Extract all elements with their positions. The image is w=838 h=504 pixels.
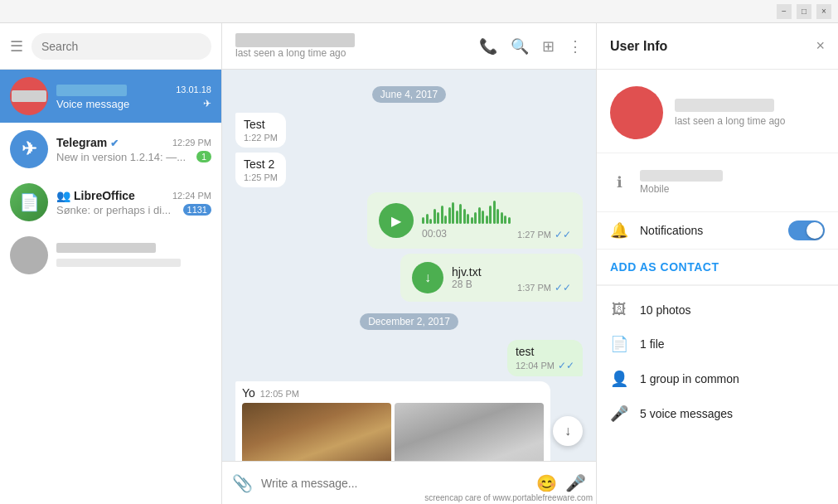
sidebar-header: ☰ — [0, 23, 221, 70]
info-content: Mobile — [640, 170, 723, 195]
user-status: last seen a long time ago — [675, 115, 785, 127]
message-time: 12:05 PM — [260, 389, 299, 399]
read-tick: ✓✓ — [555, 282, 571, 293]
media-section: 🖼 10 photos 📄 1 file 👤 1 group in common… — [597, 286, 838, 438]
layout-icon[interactable]: ⊞ — [542, 37, 555, 56]
chat-item[interactable] — [0, 229, 221, 282]
read-tick: ✓✓ — [555, 229, 571, 240]
voice-waveform: 00:03 1:27 PM ✓✓ — [422, 201, 571, 240]
message-bubble: Yo 12:05 PM — [235, 381, 550, 461]
chat-name-row: Telegram ✔ 12:29 PM — [56, 136, 211, 149]
wbar — [467, 214, 469, 224]
minimize-button[interactable]: − — [777, 4, 792, 19]
chat-info: +1 ████████ 13.01.18 Voice message ✈ — [56, 83, 211, 110]
photo-thumbnail[interactable] — [395, 403, 544, 461]
wbar — [486, 216, 488, 224]
bubble-meta: 1:25 PM — [244, 172, 278, 182]
chat-header-status: last seen a long time ago — [235, 47, 469, 59]
user-info-panel: User Info × last seen a long time ago ℹ … — [596, 23, 838, 504]
voice-icon: 🎤 — [610, 405, 628, 423]
message-text: test — [516, 345, 535, 358]
file-info: hjv.txt 28 B — [452, 265, 509, 290]
wbar — [426, 214, 429, 224]
app-container: ☰ +1███ +1 ████████ 13.01.18 — [0, 23, 838, 504]
date-label: December 2, 2017 — [360, 313, 458, 330]
message-time: 1:25 PM — [244, 172, 278, 182]
media-row-groups[interactable]: 👤 1 group in common — [597, 361, 838, 396]
phone-icon[interactable]: 📞 — [479, 37, 497, 56]
message-input[interactable] — [261, 477, 528, 490]
message-bubble: test 12:04 PM ✓✓ — [507, 340, 583, 376]
wbar — [501, 212, 503, 224]
chat-item[interactable]: 📄 👥 LibreOffice 12:24 PM — [0, 176, 221, 229]
chat-item[interactable]: ✈ Telegram ✔ 12:29 PM New in version 1.2… — [0, 123, 221, 176]
chat-info — [56, 242, 211, 269]
wbar — [474, 212, 477, 224]
emoji-icon[interactable]: 😊 — [536, 473, 557, 493]
search-box — [31, 33, 211, 60]
media-row-photos[interactable]: 🖼 10 photos — [597, 293, 838, 327]
download-button[interactable]: ↓ — [412, 262, 443, 293]
maximize-button[interactable]: □ — [797, 4, 811, 19]
hamburger-icon[interactable]: ☰ — [10, 37, 23, 56]
verified-icon: ✔ — [110, 138, 119, 149]
voice-bubble: ▶ — [367, 192, 583, 249]
attach-icon[interactable]: 📎 — [232, 473, 253, 493]
chat-name-row — [56, 242, 211, 255]
scroll-down-button[interactable]: ↓ — [553, 416, 583, 446]
add-contact-button[interactable]: ADD AS CONTACT — [610, 260, 719, 274]
wbar — [459, 204, 462, 224]
media-row-files[interactable]: 📄 1 file — [597, 327, 838, 361]
close-button[interactable]: × — [816, 4, 831, 19]
wbar — [429, 219, 432, 224]
chat-preview: Sønke: or perhaps i di... — [56, 204, 180, 216]
chat-header-info: +1 ████ last seen a long time ago — [235, 33, 469, 59]
message-time: 1:27 PM — [517, 230, 551, 240]
play-button[interactable]: ▶ — [379, 203, 414, 238]
wbar — [441, 206, 443, 224]
search-chat-icon[interactable]: 🔍 — [511, 37, 529, 56]
chat-preview-row: Sønke: or perhaps i di... 1131 — [56, 204, 211, 216]
chat-name: 👥 LibreOffice — [56, 189, 135, 202]
bubble-meta: 1:22 PM — [244, 133, 278, 143]
message-bubble: Test 2 1:25 PM — [235, 153, 286, 187]
photo-thumbnail[interactable] — [242, 403, 391, 461]
message-row: Yo 12:05 PM — [235, 381, 583, 461]
user-avatar — [610, 86, 663, 139]
search-input[interactable] — [41, 40, 201, 53]
chat-name: Telegram ✔ — [56, 136, 119, 149]
message-text: Yo — [242, 386, 255, 400]
chat-preview: New in version 1.2.14: —... — [56, 151, 193, 163]
info-row: ℹ Mobile — [610, 163, 825, 201]
pin-icon: ✈ — [203, 98, 211, 109]
file-bubble: ↓ hjv.txt 28 B 1:37 PM ✓✓ — [400, 254, 583, 302]
wbar — [444, 216, 447, 224]
mic-icon[interactable]: 🎤 — [565, 473, 586, 493]
chat-preview-row: New in version 1.2.14: —... 1 — [56, 151, 211, 163]
info-section: ℹ Mobile — [597, 153, 838, 212]
more-icon[interactable]: ⋮ — [568, 37, 583, 56]
message-time: 1:22 PM — [244, 133, 278, 143]
chat-item[interactable]: +1███ +1 ████████ 13.01.18 Voice message… — [0, 70, 221, 123]
sidebar: ☰ +1███ +1 ████████ 13.01.18 — [0, 23, 222, 504]
user-profile-info: last seen a long time ago — [675, 99, 785, 127]
chat-header-name: +1 ████ — [235, 33, 469, 47]
message-bubble: Test 1:22 PM — [235, 113, 286, 148]
bubble-meta: 1:27 PM ✓✓ — [517, 229, 571, 240]
close-panel-button[interactable]: × — [816, 37, 825, 55]
notif-left: 🔔 Notifications — [610, 221, 703, 240]
chat-time: 13.01.18 — [176, 85, 211, 94]
avatar: ✈ — [10, 130, 48, 168]
message-row: Test 2 1:25 PM — [235, 153, 583, 187]
phone-value — [640, 170, 723, 182]
wbar — [422, 217, 424, 224]
media-row-voice[interactable]: 🎤 5 voice messages — [597, 396, 838, 431]
chat-info: Telegram ✔ 12:29 PM New in version 1.2.1… — [56, 136, 211, 163]
files-label: 1 file — [640, 337, 665, 351]
chat-time: 12:24 PM — [172, 191, 211, 201]
notifications-toggle[interactable] — [788, 220, 825, 240]
message-time: 1:37 PM — [517, 283, 551, 293]
bell-icon: 🔔 — [610, 221, 628, 240]
phone-label: Mobile — [640, 183, 723, 195]
voice-label: 5 voice messages — [640, 407, 733, 420]
